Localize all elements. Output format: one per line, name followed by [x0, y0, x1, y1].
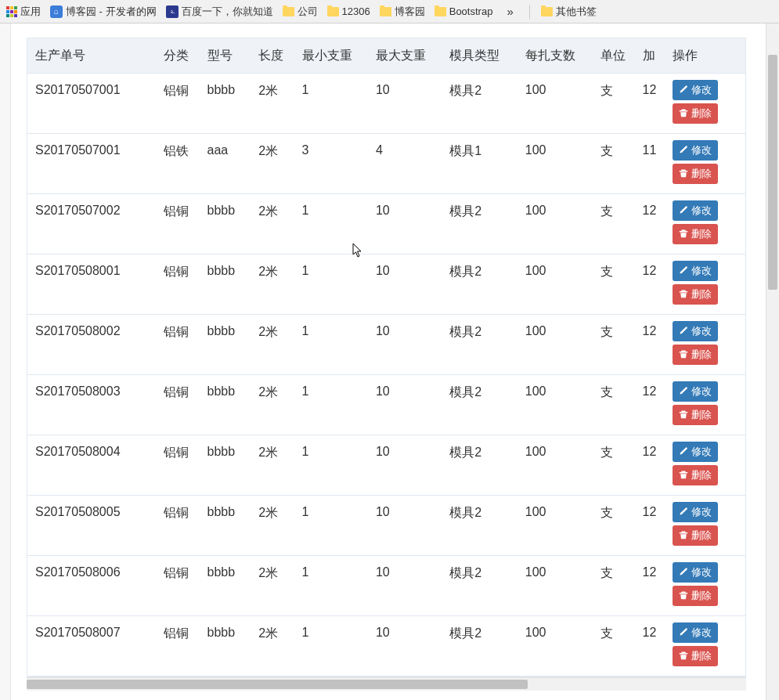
edit-icon	[679, 265, 688, 277]
delete-button[interactable]: 删除	[673, 284, 718, 305]
trash-icon	[679, 530, 688, 542]
cell-mold-type: 模具2	[442, 315, 517, 375]
edit-icon	[679, 386, 688, 398]
delete-button[interactable]: 删除	[673, 646, 718, 666]
edit-icon	[679, 507, 688, 518]
folder-icon	[283, 7, 294, 16]
edit-button[interactable]: 修改	[673, 261, 718, 281]
edit-button[interactable]: 修改	[673, 80, 718, 100]
th-order[interactable]: 生产单号	[27, 38, 156, 74]
bookmark-baidu[interactable]: ఽ 百度一下，你就知道	[166, 5, 273, 19]
pagination-bar: 第 1 到第 10 条，总共 20 条 每页 条 上一页 1 2 下一页	[27, 691, 746, 700]
apps-icon	[6, 6, 17, 17]
edit-button[interactable]: 修改	[673, 140, 718, 161]
table-row: S20170507002铝铜bbbb2米110模具2100支12修改删除	[27, 194, 745, 254]
edit-button[interactable]: 修改	[673, 562, 718, 583]
cell-extra: 11	[635, 134, 665, 194]
cell-unit: 支	[593, 556, 634, 616]
th-extra[interactable]: 加	[635, 38, 665, 74]
horizontal-scrollbar[interactable]	[27, 677, 746, 691]
cell-mold-type: 模具2	[442, 616, 517, 677]
cell-unit: 支	[593, 375, 634, 435]
cell-bundle-count: 100	[518, 254, 593, 315]
bookmark-apps[interactable]: 应用	[6, 5, 41, 19]
bookmark-label: 应用	[20, 5, 41, 19]
cell-model: bbbb	[200, 315, 251, 375]
bookmark-separator	[529, 5, 530, 19]
cell-min-weight: 1	[294, 556, 368, 616]
trash-icon	[679, 470, 688, 482]
cell-length: 2米	[251, 134, 294, 194]
edit-button[interactable]: 修改	[673, 502, 718, 522]
cell-mold-type: 模具2	[442, 254, 517, 315]
horizontal-scroll-thumb[interactable]	[27, 680, 528, 689]
bookmark-label: 其他书签	[556, 5, 597, 19]
cell-bundle-count: 100	[518, 496, 593, 556]
delete-button[interactable]: 删除	[673, 586, 718, 606]
edit-button[interactable]: 修改	[673, 442, 718, 462]
cell-min-weight: 1	[294, 74, 368, 134]
bookmark-folder-12306[interactable]: 12306	[327, 5, 370, 17]
delete-button[interactable]: 删除	[673, 525, 718, 546]
bookmark-folder-company[interactable]: 公司	[283, 5, 318, 19]
cell-category: 铝铜	[156, 375, 199, 435]
bookmarks-bar: 应用 ⌂ 博客园 - 开发者的网 ఽ 百度一下，你就知道 公司 12306 博客…	[0, 0, 779, 23]
cell-order: S20170508004	[27, 435, 156, 496]
bookmark-cnblogs[interactable]: ⌂ 博客园 - 开发者的网	[50, 5, 157, 19]
delete-button[interactable]: 删除	[673, 164, 718, 184]
bookmarks-overflow[interactable]: »	[502, 5, 518, 18]
trash-icon	[679, 289, 688, 301]
cell-extra: 12	[635, 194, 665, 254]
edit-button[interactable]: 修改	[673, 321, 718, 341]
cell-length: 2米	[251, 556, 294, 616]
cell-max-weight: 10	[368, 375, 442, 435]
th-unit[interactable]: 单位	[593, 38, 634, 74]
table-row: S20170507001铝铁aaa2米34模具1100支11修改删除	[27, 134, 745, 194]
table-container: 生产单号 分类 型号 长度 最小支重 最大支重 模具类型 每扎支数 单位 加 操…	[27, 38, 746, 677]
delete-button[interactable]: 删除	[673, 345, 718, 365]
edit-button[interactable]: 修改	[673, 381, 718, 402]
delete-button[interactable]: 删除	[673, 103, 718, 124]
bookmark-other[interactable]: 其他书签	[541, 5, 597, 19]
delete-button[interactable]: 删除	[673, 405, 718, 425]
th-actions[interactable]: 操作	[665, 38, 745, 74]
th-length[interactable]: 长度	[251, 38, 294, 74]
cell-min-weight: 1	[294, 616, 368, 677]
vertical-scrollbar[interactable]	[766, 23, 779, 700]
cell-mold-type: 模具2	[442, 74, 517, 134]
cell-order: S20170508005	[27, 496, 156, 556]
bookmark-folder-bootstrap[interactable]: Bootstrap	[435, 5, 493, 17]
edit-button[interactable]: 修改	[673, 622, 718, 643]
th-category[interactable]: 分类	[156, 38, 199, 74]
folder-icon	[541, 7, 553, 16]
th-max-weight[interactable]: 最大支重	[368, 38, 442, 74]
cell-mold-type: 模具2	[442, 375, 517, 435]
cell-extra: 12	[635, 74, 665, 134]
cell-order: S20170508003	[27, 375, 156, 435]
delete-button[interactable]: 删除	[673, 224, 718, 244]
cell-max-weight: 10	[368, 74, 442, 134]
vertical-scroll-thumb[interactable]	[768, 55, 777, 290]
th-bundle-count[interactable]: 每扎支数	[518, 38, 593, 74]
cell-min-weight: 1	[294, 496, 368, 556]
cell-mold-type: 模具1	[442, 134, 517, 194]
cell-category: 铝铜	[156, 435, 199, 496]
bookmark-label: 百度一下，你就知道	[182, 5, 273, 19]
bookmark-folder-cnblogs[interactable]: 博客园	[380, 5, 425, 19]
cell-mold-type: 模具2	[442, 194, 517, 254]
browser-viewport: 生产单号 分类 型号 长度 最小支重 最大支重 模具类型 每扎支数 单位 加 操…	[0, 23, 779, 700]
table-row: S20170507001铝铜bbbb2米110模具2100支12修改删除	[27, 74, 745, 134]
cell-model: bbbb	[200, 556, 251, 616]
cell-mold-type: 模具2	[442, 496, 517, 556]
th-mold-type[interactable]: 模具类型	[442, 38, 517, 74]
edit-button[interactable]: 修改	[673, 200, 718, 221]
delete-label: 删除	[691, 167, 712, 181]
table-row: S20170508005铝铜bbbb2米110模具2100支12修改删除	[27, 496, 745, 556]
th-model[interactable]: 型号	[200, 38, 251, 74]
edit-icon	[679, 446, 688, 458]
cell-length: 2米	[251, 616, 294, 677]
th-min-weight[interactable]: 最小支重	[294, 38, 368, 74]
delete-button[interactable]: 删除	[673, 465, 718, 485]
cell-actions: 修改删除	[665, 616, 745, 677]
trash-icon	[679, 410, 688, 421]
